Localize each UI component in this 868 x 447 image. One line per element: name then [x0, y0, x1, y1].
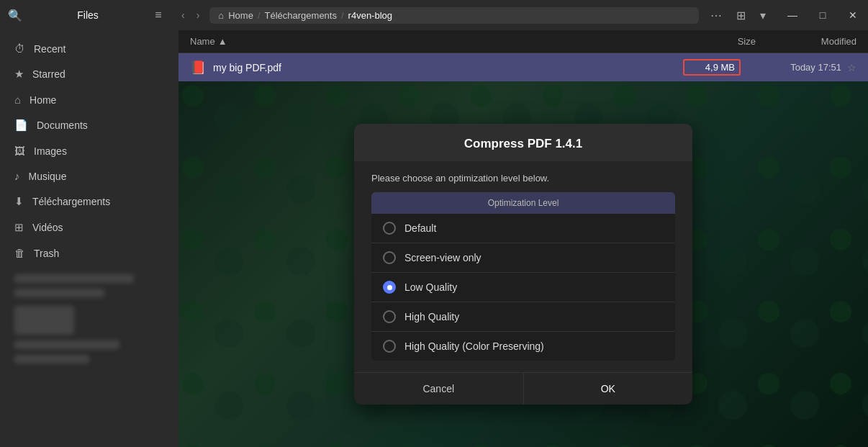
sidebar-blurred-area	[0, 266, 178, 378]
dialog-overlay: Compress PDF 1.4.1 Please choose an opti…	[178, 81, 868, 447]
file-size-badge: 4,9 MB	[683, 59, 741, 76]
home-icon: ⌂	[218, 10, 224, 21]
column-modified: Modified	[756, 36, 856, 47]
sidebar-item-recent[interactable]: ⏱ Recent	[0, 36, 178, 61]
ok-button[interactable]: OK	[524, 373, 693, 405]
sidebar-label-trash: Trash	[34, 248, 59, 259]
file-modified: Today 17:51	[741, 62, 841, 73]
sidebar-label-images: Images	[34, 145, 67, 157]
option-high-quality[interactable]: High Quality	[371, 302, 675, 332]
sidebar-item-starred[interactable]: ★ Starred	[0, 61, 178, 87]
radio-default[interactable]	[383, 222, 396, 235]
option-screen-view-label: Screen-view only	[404, 252, 482, 263]
pdf-icon: 📕	[190, 60, 206, 76]
nav-buttons: ‹ ›	[171, 6, 209, 24]
star-button[interactable]: ☆	[847, 62, 856, 73]
dialog-subtitle: Please choose an optimization level belo…	[371, 173, 675, 184]
sidebar-item-home[interactable]: ⌂ Home	[0, 87, 178, 112]
forward-button[interactable]: ›	[192, 6, 204, 24]
option-high-quality-label: High Quality	[404, 311, 459, 322]
sidebar-label-documents: Documents	[37, 119, 88, 131]
content-area: Name ▲ Size Modified 📕 my big PDF.pdf 4,…	[178, 30, 868, 447]
titlebar-actions: ⋯ ⊞ ▾	[699, 6, 777, 25]
option-screen-view[interactable]: Screen-view only	[371, 243, 675, 273]
file-list-header: Name ▲ Size Modified	[178, 30, 868, 53]
sidebar-item-documents[interactable]: 📄 Documents	[0, 112, 178, 138]
breadcrumb-sep1: /	[258, 10, 261, 21]
dialog-title: Compress PDF 1.4.1	[371, 137, 675, 151]
sidebar-label-recent: Recent	[34, 43, 65, 55]
sidebar-item-telechargements[interactable]: ⬇ Téléchargements	[0, 189, 178, 215]
radio-high-quality-color[interactable]	[383, 340, 396, 353]
menu-button[interactable]: ≡	[145, 0, 171, 30]
radio-high-quality[interactable]	[383, 310, 396, 323]
window-controls: — □ ✕	[777, 0, 868, 30]
sidebar-label-telechargements: Téléchargements	[32, 196, 110, 207]
downloads-icon: ⬇	[14, 195, 24, 208]
view-button[interactable]: ⊞	[731, 6, 751, 25]
sidebar-label-home: Home	[30, 94, 56, 106]
images-icon: 🖼	[14, 145, 25, 157]
background-area: Compress PDF 1.4.1 Please choose an opti…	[178, 81, 868, 447]
option-low-quality[interactable]: Low Quality	[371, 273, 675, 302]
breadcrumb-home[interactable]: Home	[228, 10, 253, 21]
dialog-header: Compress PDF 1.4.1	[354, 124, 692, 161]
more-button[interactable]: ⋯	[705, 6, 728, 25]
breadcrumb-current[interactable]: r4ven-blog	[348, 10, 392, 21]
column-size: Size	[698, 36, 756, 47]
sidebar-item-images[interactable]: 🖼 Images	[0, 138, 178, 163]
column-name[interactable]: Name ▲	[190, 36, 698, 47]
titlebar: 🔍 Files ≡ ‹ › ⌂ Home / Téléchargements /…	[0, 0, 868, 30]
videos-icon: ⊞	[14, 221, 24, 234]
sidebar: ⏱ Recent ★ Starred ⌂ Home 📄 Documents 🖼 …	[0, 30, 178, 447]
sidebar-item-musique[interactable]: ♪ Musique	[0, 163, 178, 189]
breadcrumb-downloads[interactable]: Téléchargements	[265, 10, 337, 21]
sidebar-item-videos[interactable]: ⊞ Vidéos	[0, 215, 178, 240]
dropdown-button[interactable]: ▾	[754, 6, 772, 25]
close-button[interactable]: ✕	[838, 0, 868, 30]
maximize-button[interactable]: □	[808, 0, 838, 30]
sort-icon: ▲	[218, 36, 227, 47]
option-low-quality-label: Low Quality	[404, 281, 457, 293]
option-high-quality-color[interactable]: High Quality (Color Preserving)	[371, 332, 675, 361]
breadcrumb-sep2: /	[341, 10, 344, 21]
app-name: Files	[30, 9, 145, 21]
back-button[interactable]: ‹	[177, 6, 189, 24]
option-default-label: Default	[404, 222, 436, 234]
optimization-level-header: Optimization Level	[371, 192, 675, 214]
cancel-button[interactable]: Cancel	[354, 373, 524, 405]
radio-screen-view[interactable]	[383, 251, 396, 264]
sidebar-item-trash[interactable]: 🗑 Trash	[0, 240, 178, 266]
recent-icon: ⏱	[14, 42, 25, 55]
dialog-footer: Cancel OK	[354, 372, 692, 405]
compress-dialog: Compress PDF 1.4.1 Please choose an opti…	[354, 124, 692, 405]
sidebar-label-musique: Musique	[29, 171, 67, 182]
radio-low-quality[interactable]	[383, 281, 396, 294]
home-icon: ⌂	[14, 94, 21, 106]
file-name-cell: 📕 my big PDF.pdf	[190, 60, 683, 76]
sidebar-label-videos: Vidéos	[32, 222, 63, 233]
breadcrumb: ⌂ Home / Téléchargements / r4ven-blog	[209, 7, 699, 24]
sidebar-label-starred: Starred	[32, 68, 65, 80]
documents-icon: 📄	[14, 119, 28, 132]
music-icon: ♪	[14, 170, 20, 182]
option-default[interactable]: Default	[371, 214, 675, 243]
main-layout: ⏱ Recent ★ Starred ⌂ Home 📄 Documents 🖼 …	[0, 30, 868, 447]
minimize-button[interactable]: —	[777, 0, 808, 30]
dialog-body: Please choose an optimization level belo…	[354, 161, 692, 361]
search-button[interactable]: 🔍	[0, 0, 30, 30]
file-name: my big PDF.pdf	[213, 62, 281, 73]
starred-icon: ★	[14, 68, 24, 81]
option-high-quality-color-label: High Quality (Color Preserving)	[404, 340, 544, 352]
file-row[interactable]: 📕 my big PDF.pdf 4,9 MB Today 17:51 ☆	[178, 53, 868, 81]
trash-icon: 🗑	[14, 247, 25, 259]
